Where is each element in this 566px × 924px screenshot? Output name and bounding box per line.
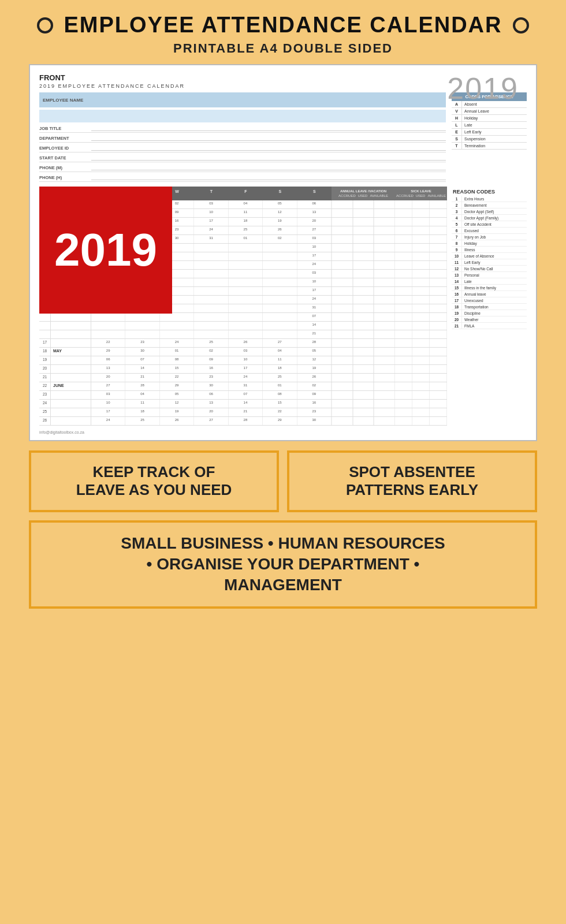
leave-cell [332, 296, 353, 304]
reason-description: Doctor Appt (Self) [462, 208, 496, 214]
leave-cell [332, 330, 353, 338]
calendar-row: 2410111213141516 [39, 400, 447, 408]
reason-number: 3 [452, 208, 462, 214]
reason-number: 17 [452, 297, 462, 303]
code-description: Termination [462, 143, 487, 149]
leave-cell [332, 270, 353, 278]
code-description: Holiday [462, 115, 480, 121]
date-cell [125, 322, 159, 330]
leave-cell [353, 330, 374, 338]
date-cell: 03 [91, 391, 125, 399]
annual-leave-col: USED [357, 193, 369, 198]
date-cell: 30 [125, 348, 159, 356]
annual-leave-col: AVAILABLE [368, 193, 389, 198]
leave-cell [374, 244, 395, 252]
banner-left: KEEP TRACK OFLEAVE AS YOU NEED [29, 450, 279, 512]
sick-cell [395, 287, 412, 295]
sick-cell [395, 270, 412, 278]
date-cell: 02 [297, 382, 332, 390]
reason-description: Illness [462, 247, 477, 252]
leave-cell [353, 322, 374, 330]
sick-cell [430, 313, 447, 321]
date-cell: 12 [297, 356, 332, 364]
main-header: EMPLOYEE ATTENDANCE CALENDAR [0, 0, 566, 41]
reason-description: No Show/No Call [462, 266, 496, 271]
sick-cells [395, 330, 447, 338]
date-cell: 22 [160, 374, 194, 382]
sick-cells [395, 417, 447, 425]
sick-cell [430, 244, 447, 252]
field-label: JOB TITLE [39, 126, 91, 131]
leave-cells [332, 400, 395, 408]
reason-code-row: 11Left Early [452, 259, 527, 266]
sick-cell [412, 417, 430, 425]
date-cell: 30 [194, 382, 228, 390]
date-cell: 17 [229, 365, 263, 373]
leave-cell [353, 417, 374, 425]
week-number: 18 [39, 348, 51, 356]
sick-cell [412, 304, 430, 312]
week-number: 23 [39, 391, 51, 399]
reason-description: Left Early [462, 259, 482, 265]
sick-cell [395, 356, 412, 364]
leave-cell [374, 296, 395, 304]
absence-codes: AAbsentVAnnual LeaveHHolidayLLateELeft E… [452, 101, 527, 150]
leave-cell [374, 322, 395, 330]
absence-code-row: LLate [452, 122, 527, 129]
year-overlay: 2019 [39, 187, 172, 314]
date-cell: 05 [297, 348, 332, 356]
leave-cell [332, 304, 353, 312]
sick-cell [430, 252, 447, 260]
sick-cell [430, 226, 447, 234]
reason-number: 19 [452, 310, 462, 316]
date-cell: 02 [263, 235, 297, 243]
date-cell: 03 [297, 235, 332, 243]
sick-cells [395, 391, 447, 399]
sick-cell [412, 252, 430, 260]
sick-cell [412, 391, 430, 399]
date-cell: 06 [297, 200, 332, 208]
leave-cells [332, 296, 395, 304]
banner-right-text: SPOT ABSENTEEPATTERNS EARLY [296, 463, 528, 499]
date-cell [194, 322, 228, 330]
sick-leave-subcols: ACCRUEDUSEDAVAILABLE [395, 193, 447, 198]
month-name: JUNE [51, 382, 91, 390]
reason-codes-header: REASON CODES [452, 187, 527, 196]
reason-number: 20 [452, 316, 462, 322]
date-cell [263, 330, 297, 338]
sick-cell [395, 400, 412, 408]
reason-number: 18 [452, 304, 462, 310]
sick-cell [430, 322, 447, 330]
employee-name-label: EMPLOYEE NAME [43, 98, 83, 103]
leave-cells [332, 287, 395, 295]
leave-cell [332, 356, 353, 364]
leave-cell [353, 400, 374, 408]
date-cell [229, 287, 263, 295]
banner-right: SPOT ABSENTEEPATTERNS EARLY [287, 450, 537, 512]
sick-cell [430, 270, 447, 278]
leave-cells [332, 261, 395, 269]
date-cell: 26 [160, 417, 194, 425]
date-cell: 03 [297, 270, 332, 278]
date-cell: 04 [263, 348, 297, 356]
date-cell: 24 [297, 296, 332, 304]
date-cell: 02 [194, 348, 228, 356]
sick-cells [395, 374, 447, 382]
sick-cells [395, 218, 447, 226]
date-cell: 18 [263, 365, 297, 373]
reason-number: 8 [452, 240, 462, 246]
field-value [91, 165, 446, 170]
date-cell: 29 [160, 382, 194, 390]
date-cells: 29300102030405 [91, 348, 332, 356]
calendar-row: 2517181920212223 [39, 408, 447, 417]
date-cell: 18 [229, 218, 263, 226]
leave-cells [332, 391, 395, 399]
sick-cell [395, 339, 412, 347]
header-circle-right [513, 17, 529, 33]
sick-cells [395, 287, 447, 295]
leave-cell [374, 417, 395, 425]
day-header-cell: F [229, 187, 263, 200]
date-cell [91, 313, 125, 321]
leave-cell [332, 209, 353, 217]
leave-cell [332, 348, 353, 356]
